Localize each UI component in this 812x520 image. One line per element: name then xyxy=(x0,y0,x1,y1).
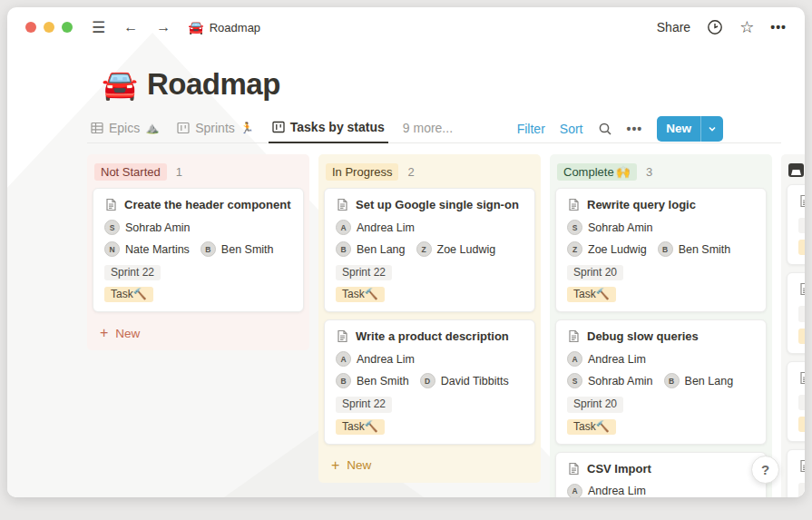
share-button[interactable]: Share xyxy=(657,20,690,34)
back-arrow-icon[interactable]: ← xyxy=(119,18,142,36)
card-title-text: Rewrite query logic xyxy=(587,198,696,211)
task-badge xyxy=(798,417,805,432)
task-card-clipped[interactable]: S xyxy=(787,449,805,497)
card-title-text: Write a product description xyxy=(356,329,509,343)
add-card-button[interactable]: +New xyxy=(93,319,304,343)
assignee: BBen Smith xyxy=(201,241,274,257)
sprint-badge: S xyxy=(798,395,805,410)
assignee-name: Sohrab Amin xyxy=(588,375,653,388)
assignee-name: Ben Smith xyxy=(221,243,274,256)
search-icon[interactable] xyxy=(598,122,612,136)
status-badge[interactable]: Not Started xyxy=(94,163,167,181)
assignee: AAndrea Lim xyxy=(567,351,646,367)
add-card-button[interactable]: +New xyxy=(324,452,535,476)
avatar: B xyxy=(664,373,680,388)
assignee: DDavid Tibbitts xyxy=(420,373,509,388)
favorite-star-icon[interactable]: ☆ xyxy=(739,19,754,35)
assignee-row: ZZoe LudwigBBen Smith xyxy=(567,241,755,257)
more-options-icon[interactable]: ••• xyxy=(770,20,787,34)
task-badge: Task🔨 xyxy=(104,287,153,302)
task-card-clipped[interactable]: S xyxy=(787,361,805,442)
filter-button[interactable]: Filter xyxy=(517,122,545,136)
maximize-window-button[interactable] xyxy=(62,22,73,33)
tab-epics[interactable]: Epics ⛰️ xyxy=(87,115,162,142)
epics-emoji: ⛰️ xyxy=(145,122,159,134)
page-emoji-icon: 🚘 xyxy=(102,67,138,102)
document-icon xyxy=(567,462,581,476)
assignee-name: Ben Lang xyxy=(685,375,734,388)
document-icon xyxy=(798,459,805,473)
tab-sprints[interactable]: Sprints 🏃 xyxy=(173,115,258,142)
task-card[interactable]: Create the header componentSSohrab AminN… xyxy=(93,188,304,312)
task-card[interactable]: Write a product descriptionAAndrea LimBB… xyxy=(324,319,535,444)
task-card-clipped[interactable]: S xyxy=(787,184,805,265)
chevron-down-icon[interactable] xyxy=(700,116,723,142)
card-title-text: Set up Google single sign-on xyxy=(356,198,519,211)
assignee: BBen Lang xyxy=(664,373,734,388)
sprint-badge: Sprint 20 xyxy=(567,265,623,280)
sprint-badge: S xyxy=(798,483,805,497)
status-badge[interactable]: In Progress xyxy=(326,163,398,181)
task-card[interactable]: CSV ImportAAndrea LimBBen LangZZoe Ludwi… xyxy=(555,452,767,497)
plus-icon: + xyxy=(331,458,339,473)
avatar: S xyxy=(567,373,582,388)
view-options-icon[interactable]: ••• xyxy=(627,122,643,136)
avatar: B xyxy=(201,241,216,257)
assignee: BBen Smith xyxy=(658,241,731,257)
page-title: 🚘 Roadmap xyxy=(102,67,805,102)
assignee-row: SSohrab Amin xyxy=(567,220,755,235)
board-column-clipped-column: S S S S xyxy=(781,154,805,497)
avatar: B xyxy=(336,373,351,388)
assignee: ZZoe Ludwig xyxy=(567,241,647,257)
card-title-text: Create the header component xyxy=(124,198,291,211)
status-badge[interactable]: Complete🙌 xyxy=(557,163,637,181)
task-card[interactable]: Rewrite query logicSSohrab AminZZoe Ludw… xyxy=(555,188,767,312)
breadcrumb[interactable]: 🚘 Roadmap xyxy=(188,20,260,34)
task-row: Task🔨 xyxy=(567,413,755,435)
column-count: 3 xyxy=(646,165,652,179)
sidebar-menu-icon[interactable]: ☰ xyxy=(87,18,110,37)
card-title: Debug slow queries xyxy=(567,329,755,343)
minimize-window-button[interactable] xyxy=(44,22,54,33)
tab-tasks-by-status[interactable]: Tasks by status xyxy=(269,114,388,143)
table-icon xyxy=(91,122,103,134)
task-badge xyxy=(798,329,805,344)
assignee: BBen Smith xyxy=(336,373,409,388)
avatar: A xyxy=(567,484,582,497)
more-tabs-button[interactable]: 9 more... xyxy=(399,115,456,142)
add-card-label: New xyxy=(347,458,371,472)
help-button[interactable]: ? xyxy=(751,456,779,484)
sprint-badge: S xyxy=(798,306,805,321)
assignee: BBen Lang xyxy=(336,241,406,257)
card-title-text: Debug slow queries xyxy=(587,329,699,343)
assignee: AAndrea Lim xyxy=(336,220,415,235)
updates-clock-icon[interactable] xyxy=(707,19,723,35)
board-column-in-progress: In Progress2Set up Google single sign-on… xyxy=(318,154,541,483)
document-icon xyxy=(567,329,581,343)
board-icon xyxy=(272,121,285,133)
avatar: A xyxy=(336,220,351,235)
task-card[interactable]: Set up Google single sign-onAAndrea LimB… xyxy=(324,188,535,312)
forward-arrow-icon[interactable]: → xyxy=(152,18,175,36)
task-row xyxy=(798,322,805,344)
column-header: Not Started1 xyxy=(93,160,304,188)
task-card[interactable]: Debug slow queriesAAndrea LimSSohrab Ami… xyxy=(555,319,767,444)
task-row: Task🔨 xyxy=(336,280,523,302)
assignee: ZZoe Ludwig xyxy=(416,241,496,257)
app-window: ☰ ← → 🚘 Roadmap Share ☆ ••• 🚘 Roadmap xyxy=(7,7,805,497)
sprint-row: Sprint 22 xyxy=(336,263,523,280)
sort-button[interactable]: Sort xyxy=(560,122,583,136)
status-badge-label: Not Started xyxy=(101,165,161,179)
board-icon xyxy=(177,122,190,134)
task-card-clipped[interactable]: S xyxy=(787,272,805,353)
column-count: 2 xyxy=(407,165,414,179)
sprint-badge: S xyxy=(798,218,805,233)
page-content: 🚘 Roadmap Epics ⛰️ Sprints 🏃 xyxy=(7,67,805,492)
sprint-row: S xyxy=(798,216,805,233)
card-title: Write a product description xyxy=(336,329,523,343)
avatar: A xyxy=(336,351,351,367)
close-window-button[interactable] xyxy=(25,22,36,33)
status-badge-emoji: 🙌 xyxy=(616,165,631,179)
new-button[interactable]: New xyxy=(657,116,723,142)
assignee-row: SSohrab AminBBen Lang xyxy=(567,373,755,388)
